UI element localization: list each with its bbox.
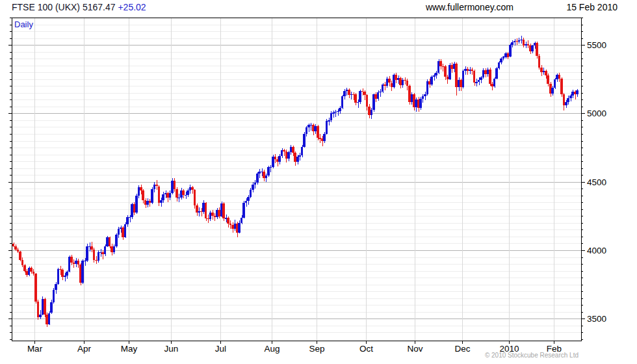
svg-text:Jun: Jun (164, 344, 179, 354)
instrument-and-price: FTSE 100 (UKX) 5167.47 (12, 2, 116, 12)
svg-text:5500: 5500 (587, 40, 606, 50)
frequency-label: Daily (14, 20, 33, 29)
svg-text:3500: 3500 (587, 314, 606, 324)
copyright-notice: © 2010 Stockcube Research Ltd (485, 352, 578, 359)
website-label: www.fullermoney.com (426, 2, 514, 12)
svg-text:Sep: Sep (309, 344, 324, 354)
svg-text:4500: 4500 (587, 177, 606, 187)
chart-date: 15 Feb 2010 (566, 2, 618, 12)
chart-title: FTSE 100 (UKX) 5167.47 +25.02 (12, 2, 146, 12)
svg-text:Oct: Oct (359, 344, 373, 354)
svg-text:Apr: Apr (77, 344, 92, 354)
candlestick-chart: MarAprMayJunJulAugSepOctNovDec2010Feb550… (0, 0, 637, 364)
svg-text:4000: 4000 (587, 246, 606, 255)
svg-text:Mar: Mar (27, 344, 43, 354)
svg-text:Nov: Nov (407, 344, 422, 354)
svg-text:5000: 5000 (587, 109, 606, 118)
svg-text:Aug: Aug (264, 344, 280, 354)
grid-layer (12, 18, 581, 341)
svg-text:Dec: Dec (454, 344, 470, 354)
svg-text:May: May (121, 344, 138, 354)
x-axis-month-labels: MarAprMayJunJulAugSepOctNovDec2010Feb (27, 341, 562, 354)
price-change: +25.02 (118, 2, 146, 12)
candlestick-series (12, 36, 578, 327)
svg-text:Jul: Jul (215, 344, 226, 354)
plot-border (12, 18, 582, 341)
